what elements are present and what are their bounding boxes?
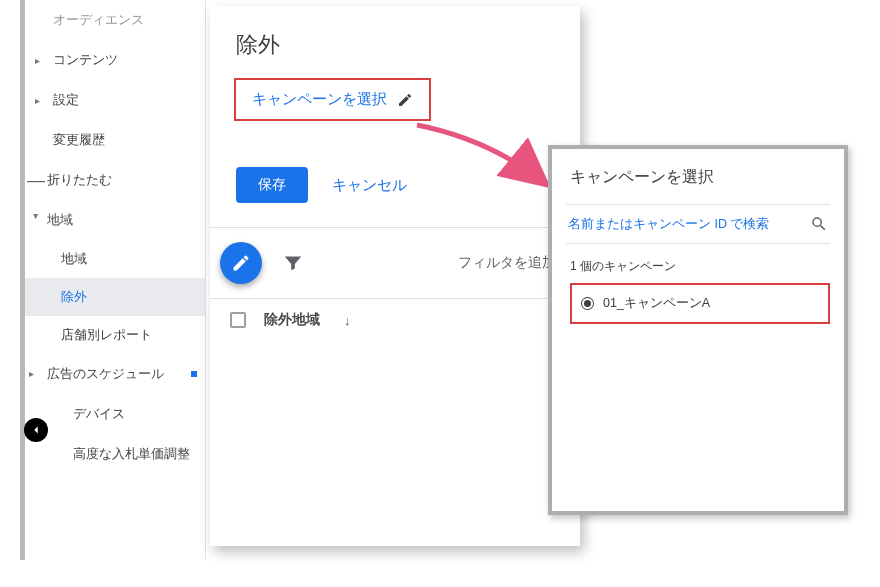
sidebar-item-history[interactable]: 変更履歴 xyxy=(25,120,205,160)
sidebar-subitem-label: 地域 xyxy=(61,250,87,268)
sidebar-item-device[interactable]: デバイス xyxy=(25,394,205,434)
edit-fab[interactable] xyxy=(220,242,262,284)
chevron-right-icon: ▸ xyxy=(35,55,49,66)
sidebar-collapse[interactable]: — 折りたたむ xyxy=(25,160,205,200)
sidebar-subitem-locations[interactable]: 地域 xyxy=(25,240,205,278)
sidebar-item-label: コンテンツ xyxy=(53,51,197,69)
action-bar: 保存 キャンセル xyxy=(210,121,580,228)
column-header-exclude-region[interactable]: 除外地域 xyxy=(264,311,320,329)
pencil-icon xyxy=(397,92,413,108)
sidebar-item-settings[interactable]: ▸ 設定 xyxy=(25,80,205,120)
campaign-count-label: 1 個のキャンペーン xyxy=(552,244,844,283)
save-button[interactable]: 保存 xyxy=(236,167,308,203)
chevron-right-icon: ▸ xyxy=(29,367,43,381)
minus-icon: — xyxy=(25,170,47,191)
campaign-list-item[interactable]: 01_キャンペーンA xyxy=(570,283,830,324)
filter-icon[interactable] xyxy=(282,252,304,274)
sidebar-section-label: 地域 xyxy=(47,211,197,229)
sidebar-subitem-exclude[interactable]: 除外 xyxy=(25,278,205,316)
campaign-search-input[interactable] xyxy=(568,217,802,231)
sidebar-item-label: 広告のスケジュール xyxy=(47,365,189,383)
sort-down-icon: ↓ xyxy=(344,313,351,328)
sidebar-item-label: 高度な入札単価調整 xyxy=(73,445,197,463)
campaign-select-popup: キャンペーンを選択 1 個のキャンペーン 01_キャンペーンA xyxy=(548,145,848,515)
back-button[interactable] xyxy=(24,418,48,442)
campaign-item-label: 01_キャンペーンA xyxy=(603,295,710,312)
table-header: 除外地域 ↓ xyxy=(210,299,580,341)
sidebar-item-label: デバイス xyxy=(73,405,197,423)
sidebar-item-audience[interactable]: オーディエンス xyxy=(25,0,205,40)
select-campaign-label: キャンペーンを選択 xyxy=(252,90,387,109)
page-title: 除外 xyxy=(210,6,580,78)
sidebar-item-contents[interactable]: ▸ コンテンツ xyxy=(25,40,205,80)
search-icon[interactable] xyxy=(810,215,828,233)
select-all-checkbox[interactable] xyxy=(230,312,246,328)
sidebar-item-label: 設定 xyxy=(53,91,197,109)
pencil-icon xyxy=(231,253,251,273)
sidebar-subitem-label: 除外 xyxy=(61,288,87,306)
popup-search-row xyxy=(566,204,830,244)
sidebar-subitem-store-report[interactable]: 店舗別レポート xyxy=(25,316,205,354)
chevron-down-icon: ▸ xyxy=(31,213,42,227)
sidebar-item-ad-schedule[interactable]: ▸ 広告のスケジュール xyxy=(25,354,205,394)
select-campaign-button[interactable]: キャンペーンを選択 xyxy=(234,78,431,121)
sidebar-collapse-label: 折りたたむ xyxy=(47,171,112,189)
popup-title: キャンペーンを選択 xyxy=(552,149,844,204)
sidebar-subitem-label: 店舗別レポート xyxy=(61,326,152,344)
sidebar-item-bid-adjust[interactable]: 高度な入札単価調整 xyxy=(25,434,205,474)
cancel-button[interactable]: キャンセル xyxy=(332,176,407,195)
chevron-right-icon: ▸ xyxy=(35,95,49,106)
notification-dot-icon xyxy=(191,371,197,377)
sidebar: オーディエンス ▸ コンテンツ ▸ 設定 変更履歴 — 折りたたむ ▸ 地域 地… xyxy=(20,0,206,560)
toolbar: フィルタを追加 xyxy=(210,228,580,299)
main-panel: 除外 キャンペーンを選択 保存 キャンセル フィルタを追加 除外地域 ↓ xyxy=(210,6,580,546)
sidebar-item-label: 変更履歴 xyxy=(53,131,197,149)
sidebar-item-label: オーディエンス xyxy=(53,11,197,29)
chevron-left-icon xyxy=(29,423,43,437)
sidebar-section-locations[interactable]: ▸ 地域 xyxy=(25,200,205,240)
status-dot-icon xyxy=(582,298,593,309)
